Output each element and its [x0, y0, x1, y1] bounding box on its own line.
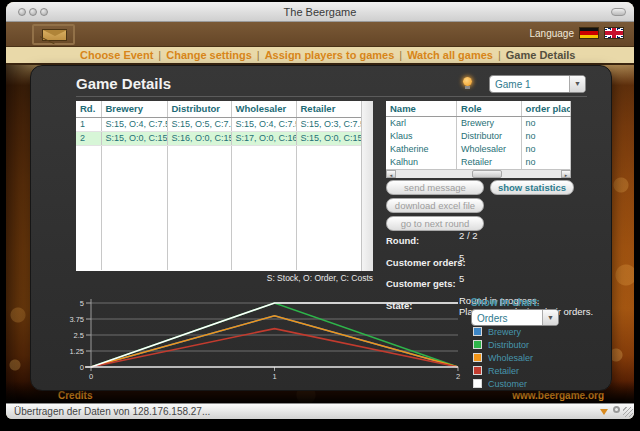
rounds-table-scrollbar[interactable] — [361, 101, 373, 271]
scrollbar-track[interactable] — [396, 170, 561, 178]
table-filler-row — [76, 145, 361, 270]
status-label: Round: — [386, 235, 419, 246]
status-row: Customer gets:5 — [386, 273, 596, 291]
legend-label: Wholesaler — [488, 353, 533, 363]
table-cell: S:15, O:3, C:7.5 — [296, 117, 361, 131]
nav-item-game-details: Game Details — [506, 49, 576, 61]
browser-window: The Beergame Language Choose Event|Chang… — [6, 2, 634, 419]
orders-chart: 01.252.53.755012 — [56, 294, 461, 389]
resize-grip[interactable] — [623, 407, 633, 417]
table-cell: Distributor — [457, 130, 522, 143]
table-cell: S:17, O:0, C:16.0 — [231, 131, 296, 145]
table-row[interactable]: 1S:15, O:4, C:7.5S:15, O:5, C:7.5S:15, O… — [76, 117, 361, 131]
table-filler-cell — [167, 145, 231, 270]
column-header: Rd. — [76, 101, 101, 117]
table-cell: S:15, O:5, C:7.5 — [167, 117, 231, 131]
table-cell: Brewery — [457, 117, 522, 130]
column-header: Name — [386, 101, 457, 117]
players-table-scrollbar[interactable]: ◂ ▸ — [386, 169, 571, 178]
table-cell: no — [521, 156, 570, 169]
status-value: 2 / 2 — [459, 230, 478, 242]
rounds-table: Rd.BreweryDistributorWholesalerRetailer1… — [76, 101, 373, 271]
table-row[interactable]: KalhunRetailerno — [386, 156, 571, 169]
uk-flag-icon[interactable] — [604, 27, 624, 39]
column-header: Retailer — [296, 101, 361, 117]
table-cell: Karl — [386, 117, 457, 130]
game-select-value: Game 1 — [490, 76, 569, 92]
table-row[interactable]: 2S:15, O:0, C:15.0S:16, O:0, C:15.5S:17,… — [76, 131, 361, 145]
top-menu-bar: Language — [6, 22, 634, 47]
chart-legend: BreweryDistributorWholesalerRetailerCust… — [473, 327, 533, 392]
legend-swatch-icon — [473, 327, 482, 336]
players-table: NameRoleorder placKarlBrewerynoKlausDist… — [386, 101, 571, 178]
window-titlebar[interactable]: The Beergame — [6, 2, 634, 22]
y-tick-label: 1.25 — [69, 347, 84, 356]
chevron-down-icon[interactable]: ▼ — [569, 76, 585, 92]
window-title: The Beergame — [6, 6, 634, 18]
nav-item-change-settings[interactable]: Change settings — [166, 49, 252, 61]
table-cell: Klaus — [386, 130, 457, 143]
nav-item-assign-players-to-games[interactable]: Assign players to games — [265, 49, 395, 61]
chart-metric-select[interactable]: Orders ▼ — [471, 309, 559, 326]
table-row[interactable]: KatherineWholesalerno — [386, 143, 571, 156]
gear-icon[interactable] — [613, 406, 620, 413]
game-select[interactable]: Game 1 ▼ — [489, 75, 586, 93]
lightbulb-icon — [463, 77, 472, 86]
table-cell: Wholesaler — [457, 143, 522, 156]
download-excel-button[interactable]: download excel file — [386, 198, 484, 213]
page-title: Game Details — [76, 75, 171, 92]
browser-status-bar: Übertragen der Daten von 128.176.158.27.… — [6, 403, 634, 419]
y-tick-label: 0 — [80, 363, 84, 372]
column-header: order plac — [521, 101, 570, 117]
status-bar-text: Übertragen der Daten von 128.176.158.27.… — [14, 406, 210, 417]
series-wholesaler — [91, 316, 458, 367]
nav-separator: | — [257, 49, 260, 61]
chart-metric-value: Orders — [472, 310, 542, 325]
status-row: Customer orders:5 — [386, 252, 596, 270]
table-filler-cell — [296, 145, 361, 270]
table-cell: 2 — [76, 131, 101, 145]
rounds-table-grid: Rd.BreweryDistributorWholesalerRetailer1… — [76, 101, 362, 270]
nav-menu: Choose Event|Change settings|Assign play… — [6, 47, 634, 63]
table-filler-cell — [76, 145, 101, 270]
column-header: Role — [457, 101, 522, 117]
toolbar-toggle-button[interactable] — [611, 8, 626, 16]
mail-button[interactable] — [32, 24, 75, 45]
chevron-down-icon[interactable]: ▼ — [542, 310, 558, 325]
table-cell: S:15, O:0, C:15.0 — [296, 131, 361, 145]
download-icon[interactable] — [600, 409, 608, 415]
legend-item: Brewery — [473, 327, 533, 336]
column-header: Wholesaler — [231, 101, 296, 117]
table-cell: S:15, O:4, C:7.5 — [231, 117, 296, 131]
table-cell: Katherine — [386, 143, 457, 156]
send-message-button[interactable]: send message — [386, 180, 484, 195]
show-statistics-button[interactable]: show statistics — [490, 180, 574, 195]
players-table-grid: NameRoleorder placKarlBrewerynoKlausDist… — [386, 101, 571, 169]
legend-swatch-icon — [473, 379, 482, 388]
nav-item-watch-all-games[interactable]: Watch all games — [407, 49, 493, 61]
column-header: Brewery — [101, 101, 167, 117]
table-cell: no — [521, 117, 570, 130]
table-row[interactable]: KarlBreweryno — [386, 117, 571, 130]
table-cell: S:16, O:0, C:15.5 — [167, 131, 231, 145]
legend-item: Retailer — [473, 366, 533, 375]
nav-separator: | — [498, 49, 501, 61]
scroll-left-icon[interactable]: ◂ — [386, 170, 396, 178]
scroll-right-icon[interactable]: ▸ — [561, 170, 571, 178]
scrollbar-thumb[interactable] — [472, 170, 502, 178]
legend-item: Distributor — [473, 340, 533, 349]
legend-swatch-icon — [473, 353, 482, 362]
show-in-chart-label: Show in chart: — [471, 297, 540, 308]
next-round-button[interactable]: go to next round — [386, 216, 484, 231]
y-tick-label: 2.5 — [74, 331, 84, 340]
german-flag-icon[interactable] — [579, 27, 599, 39]
game-details-panel: Game Details Game 1 ▼ Rd.BreweryDistribu… — [30, 65, 612, 391]
y-tick-label: 5 — [80, 299, 84, 308]
table-filler-cell — [101, 145, 167, 270]
table-cell: Kalhun — [386, 156, 457, 169]
table-row[interactable]: KlausDistributorno — [386, 130, 571, 143]
legend-label: Distributor — [488, 340, 529, 350]
column-header: Distributor — [167, 101, 231, 117]
nav-item-choose-event[interactable]: Choose Event — [80, 49, 153, 61]
legend-swatch-icon — [473, 366, 482, 375]
